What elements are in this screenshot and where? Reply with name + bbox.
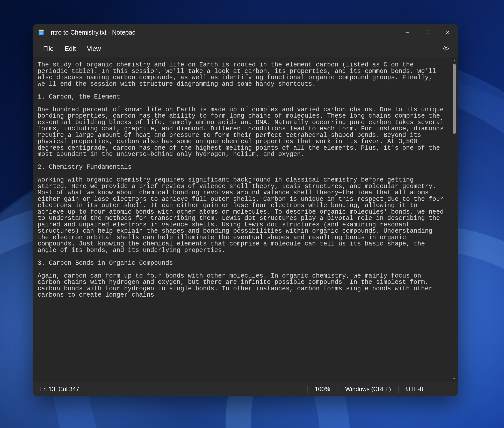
svg-rect-6 — [426, 31, 429, 34]
svg-point-9 — [445, 47, 447, 49]
menu-file[interactable]: File — [38, 42, 59, 55]
scroll-down-button[interactable] — [451, 376, 458, 382]
notepad-icon — [38, 29, 45, 36]
menu-view[interactable]: View — [81, 42, 107, 55]
scroll-up-button[interactable] — [451, 57, 458, 64]
notepad-window: Intro to Chemistry.txt - Notepad File Ed… — [33, 24, 458, 396]
gear-icon — [443, 48, 450, 53]
minimize-button[interactable] — [397, 24, 418, 41]
text-editor[interactable]: The study of organic chemistry and life … — [33, 57, 451, 382]
editor-area: The study of organic chemistry and life … — [33, 57, 458, 382]
scrollbar-thumb[interactable] — [453, 64, 456, 134]
maximize-button[interactable] — [418, 24, 438, 41]
window-controls — [397, 24, 458, 41]
titlebar[interactable]: Intro to Chemistry.txt - Notepad — [33, 24, 458, 41]
status-cursor-position: Ln 13, Col 347 — [38, 385, 87, 394]
status-line-ending[interactable]: Windows (CRLF) — [338, 385, 398, 394]
vertical-scrollbar[interactable] — [451, 57, 458, 382]
menubar: File Edit View — [33, 41, 458, 57]
scrollbar-track[interactable] — [451, 64, 458, 376]
window-title: Intro to Chemistry.txt - Notepad — [49, 29, 136, 36]
close-button[interactable] — [438, 24, 458, 41]
status-encoding[interactable]: UTF-8 — [398, 385, 453, 394]
settings-button[interactable] — [439, 42, 453, 55]
menu-edit[interactable]: Edit — [59, 42, 81, 55]
statusbar: Ln 13, Col 347 100% Windows (CRLF) UTF-8 — [33, 382, 458, 396]
status-zoom[interactable]: 100% — [307, 385, 338, 394]
svg-rect-1 — [39, 30, 44, 31]
